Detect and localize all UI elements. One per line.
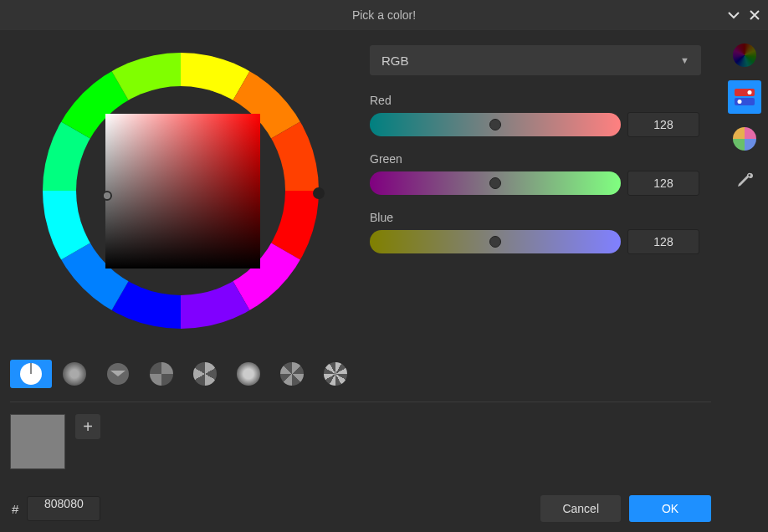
slider-label: Red: [370, 94, 711, 107]
slider-label: Blue: [370, 211, 711, 224]
slider-knob[interactable]: [489, 236, 501, 248]
titlebar: Pick a color!: [0, 0, 768, 30]
slider-label: Green: [370, 152, 711, 166]
ok-button[interactable]: OK: [629, 495, 711, 522]
sv-box[interactable]: [105, 114, 260, 269]
blue-value-input[interactable]: 128: [627, 229, 699, 254]
red-slider[interactable]: [370, 113, 621, 136]
current-color-swatch[interactable]: [10, 414, 65, 469]
rail-settings-icon[interactable]: [728, 164, 761, 197]
minimize-icon[interactable]: [728, 11, 740, 19]
hex-input[interactable]: 808080: [27, 496, 100, 521]
mode-label: RGB: [381, 54, 409, 68]
color-wheel[interactable]: [30, 40, 331, 341]
slider-knob[interactable]: [489, 177, 501, 189]
divider: [10, 402, 711, 402]
slider-knob[interactable]: [489, 119, 501, 130]
rail-palette-icon[interactable]: [728, 122, 761, 156]
preset-swatch[interactable]: [97, 360, 139, 388]
rail-wheel-icon[interactable]: [728, 38, 761, 72]
preset-swatch[interactable]: [54, 360, 95, 388]
right-rail: [721, 30, 768, 532]
green-slider[interactable]: [370, 171, 621, 195]
preset-swatch-row: [10, 360, 711, 388]
window-title: Pick a color!: [352, 8, 416, 22]
svg-point-6: [748, 90, 752, 95]
preset-swatch[interactable]: [271, 360, 313, 388]
preset-swatch[interactable]: [184, 360, 226, 388]
preset-swatch[interactable]: [228, 360, 269, 388]
chevron-down-icon: ▼: [680, 55, 689, 65]
add-swatch-button[interactable]: +: [75, 414, 100, 439]
sv-handle[interactable]: [102, 191, 112, 201]
hue-ring-handle[interactable]: [313, 187, 325, 199]
plus-icon: +: [83, 418, 93, 435]
svg-point-8: [738, 100, 742, 104]
color-mode-select[interactable]: RGB ▼: [370, 45, 701, 75]
blue-slider[interactable]: [370, 230, 621, 253]
close-icon[interactable]: [750, 10, 760, 20]
preset-swatch[interactable]: [315, 360, 356, 388]
preset-swatch[interactable]: [141, 360, 182, 388]
green-value-input[interactable]: 128: [627, 171, 699, 196]
hex-prefix: #: [12, 502, 18, 516]
cancel-button[interactable]: Cancel: [540, 495, 621, 522]
preset-swatch[interactable]: [10, 360, 52, 388]
red-value-input[interactable]: 128: [627, 112, 699, 137]
rail-sliders-icon[interactable]: [728, 80, 761, 114]
